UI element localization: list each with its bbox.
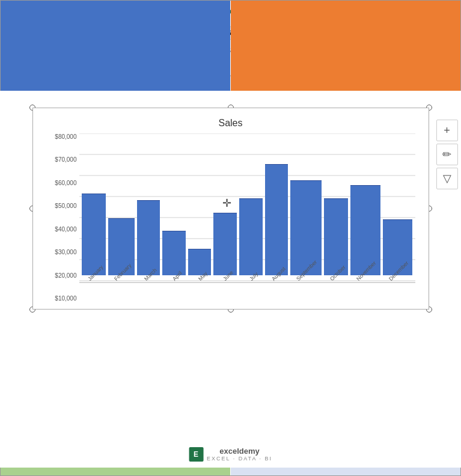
y-axis: $80,000 $70,000 $60,000 $50,000 $40,000 … — [40, 133, 79, 302]
chart-plot-area: Sales ✛ $80,000 $70,000 $60,000 $50,000 … — [32, 108, 429, 310]
conditional-formatting-button[interactable]: Conditional Formatting ▾ — [319, 28, 352, 50]
y-label-60k: $60,000 — [40, 180, 79, 186]
bar-item: September — [290, 180, 322, 284]
bar-item: November — [350, 185, 380, 284]
bar-item: February — [108, 218, 135, 284]
chart-axes-area: $80,000 $70,000 $60,000 $50,000 $40,000 … — [79, 133, 415, 302]
chart-side-buttons: + ✏ ▽ — [436, 120, 458, 189]
bars-container: JanuaryFebruaryMarchAprilMayJuneJulyAugu… — [79, 133, 415, 284]
exceldemy-logo-icon: E — [189, 447, 203, 462]
bar-item: March — [137, 200, 160, 284]
brand-name: exceldemy — [207, 447, 272, 456]
chart-title: Sales — [40, 118, 421, 129]
bar-item: April — [162, 231, 186, 284]
chart-styles-button[interactable]: ✏ — [436, 144, 458, 165]
bar-may[interactable] — [188, 249, 212, 275]
bar-item: June — [213, 213, 237, 284]
bar-march[interactable] — [137, 200, 160, 275]
y-label-80k: $80,000 — [40, 133, 79, 140]
chart-container[interactable]: Sales ✛ $80,000 $70,000 $60,000 $50,000 … — [32, 108, 429, 310]
bar-item: July — [239, 198, 263, 284]
bar-item: October — [324, 198, 348, 284]
bar-september[interactable] — [290, 180, 322, 275]
y-label-40k: $40,000 — [40, 226, 79, 233]
y-label-50k: $50,000 — [40, 203, 79, 209]
styles-group: Conditional Formatting ▾ Format as Ta...… — [317, 25, 388, 73]
bar-october[interactable] — [324, 198, 348, 275]
bar-item: August — [265, 164, 289, 284]
y-label-30k: $30,000 — [40, 249, 79, 255]
bar-item: May — [188, 249, 212, 284]
spreadsheet-main: Sales ✛ $80,000 $70,000 $60,000 $50,000 … — [0, 91, 461, 468]
chart-filters-button[interactable]: ▽ — [436, 168, 458, 189]
bar-november[interactable] — [350, 185, 380, 275]
brand-tagline: EXCEL · DATA · BI — [207, 456, 272, 462]
bar-june[interactable] — [213, 213, 237, 275]
y-label-20k: $20,000 — [40, 272, 79, 279]
bar-january[interactable] — [82, 194, 106, 275]
y-label-10k: $10,000 — [40, 295, 79, 302]
ribbon-content: A A A B ↵ — [0, 23, 461, 76]
y-label-70k: $70,000 — [40, 156, 79, 163]
chart-elements-button[interactable]: + — [436, 120, 458, 141]
footer-watermark: E exceldemy EXCEL · DATA · BI — [189, 447, 272, 462]
bar-july[interactable] — [239, 198, 263, 275]
bar-august[interactable] — [265, 164, 289, 275]
ribbon-container: Data Review View Developer Help Chart De… — [0, 0, 461, 91]
bar-item: December — [383, 219, 413, 284]
bar-april[interactable] — [162, 231, 186, 275]
bar-item: January — [82, 194, 106, 284]
